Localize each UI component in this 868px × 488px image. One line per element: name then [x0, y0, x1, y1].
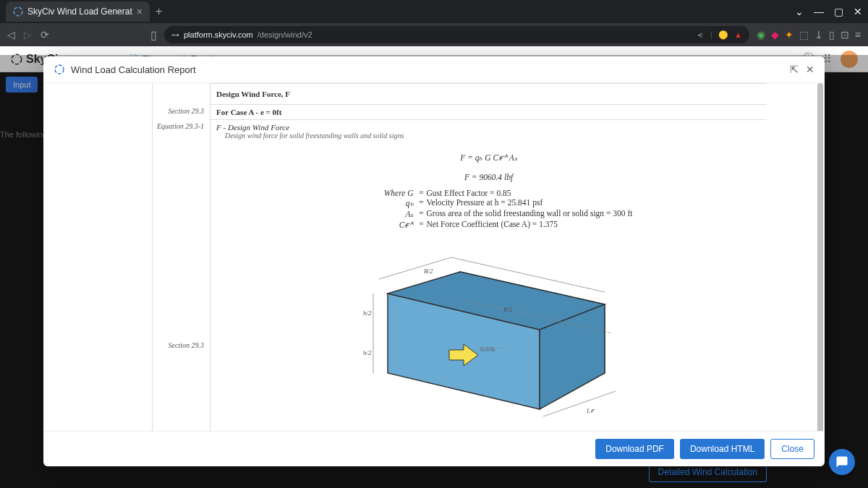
report-modal: Wind Load Calculation Report ⇱ ✕ Design … [43, 56, 825, 466]
reload-icon[interactable]: ⟳ [41, 29, 49, 40]
maximize-icon[interactable]: ▢ [834, 6, 843, 17]
skyciv-favicon [13, 7, 23, 17]
download-pdf-button[interactable]: Download PDF [595, 439, 674, 459]
menu-icon[interactable]: ≡ [855, 29, 861, 40]
svg-point-0 [14, 7, 22, 16]
chevron-down-icon[interactable]: ⌄ [795, 6, 804, 17]
scrollbar[interactable] [816, 83, 823, 431]
formula-2: F = 9060.4 lbf [216, 173, 761, 181]
new-tab-icon[interactable]: + [156, 5, 162, 18]
chat-bubble-icon[interactable] [829, 449, 855, 475]
formula-1: F = qₕ G Cғᴬ Aₛ [216, 153, 761, 163]
ext-7-icon[interactable]: ⊡ [841, 29, 849, 40]
ext-warn-icon[interactable]: ▲ [734, 30, 742, 40]
svg-text:B/2: B/2 [424, 267, 433, 275]
svg-text:h/2: h/2 [363, 349, 372, 356]
svg-text:Lғ: Lғ [586, 407, 595, 414]
tab-close-icon[interactable]: × [137, 6, 142, 17]
url-input[interactable]: ⊶ platform.skyciv.com/design/wind/v2 ⪪ |… [164, 26, 749, 43]
modal-header: Wind Load Calculation Report ⇱ ✕ [43, 56, 825, 83]
case-a-heading: For Case A - e = 0ft [210, 104, 767, 119]
ext-5-icon[interactable]: ⤓ [814, 29, 823, 40]
back-icon[interactable]: ◁ [7, 29, 15, 40]
extension-icons: ◉ ◆ ✦ ⬚ ⤓ ▯ ⊡ ≡ [757, 29, 861, 40]
svg-text:B/2: B/2 [503, 306, 513, 313]
equation-ref: Equation 29.3-1 [153, 119, 210, 142]
ext-badge-icon[interactable]: 🟡 [718, 30, 728, 40]
browser-tab-bar: SkyCiv Wind Load Generat × + ⌄ — ▢ ✕ [0, 0, 868, 23]
nav-controls: ◁ ▷ ⟳ [7, 29, 49, 40]
minimize-icon[interactable]: — [814, 6, 824, 17]
ext-1-icon[interactable]: ◉ [757, 29, 765, 40]
tab-title: SkyCiv Wind Load Generat [27, 7, 132, 17]
url-path: /design/wind/v2 [258, 30, 312, 39]
window-controls: ⌄ — ▢ ✕ [795, 6, 862, 17]
url-domain: platform.skyciv.com [184, 30, 253, 39]
ext-4-icon[interactable]: ⬚ [799, 29, 809, 40]
modal-body[interactable]: Design Wind Force, F Section 29.3 For Ca… [43, 83, 825, 431]
report-content: Design Wind Force, F Section 29.3 For Ca… [152, 83, 767, 431]
svg-text:h/2: h/2 [363, 309, 372, 317]
logo-icon [54, 64, 65, 75]
ext-3-icon[interactable]: ✦ [785, 29, 793, 40]
share-icon[interactable]: ⪪ [697, 30, 705, 40]
forward-icon[interactable]: ▷ [24, 29, 32, 40]
close-button[interactable]: Close [770, 439, 814, 459]
bookmark-icon[interactable]: ▯ [150, 28, 157, 42]
svg-point-2 [55, 65, 64, 74]
section-ref-2: Section 29.3 [153, 240, 210, 431]
report-heading: Design Wind Force, F [210, 83, 767, 104]
ext-6-icon[interactable]: ▯ [829, 29, 835, 40]
f-label: F - Design Wind Force [216, 123, 761, 132]
browser-tab[interactable]: SkyCiv Wind Load Generat × [6, 1, 150, 22]
where-block: Where G=Gust Effect Factor = 0.85 qₕ=Vel… [301, 189, 677, 230]
svg-line-8 [379, 257, 451, 279]
modal-close-icon[interactable]: ✕ [806, 64, 814, 75]
url-bar: ◁ ▷ ⟳ ▯ ⊶ platform.skyciv.com/design/win… [0, 23, 868, 46]
site-info-icon[interactable]: ⊶ [171, 30, 179, 40]
f-description: Design wind force for solid freestanding… [216, 132, 761, 140]
modal-title: Wind Load Calculation Report [71, 64, 196, 75]
svg-text:0.05h: 0.05h [480, 346, 495, 353]
modal-footer: Download PDF Download HTML Close [43, 431, 825, 466]
close-window-icon[interactable]: ✕ [854, 6, 862, 17]
section-ref: Section 29.3 [153, 104, 210, 119]
ext-2-icon[interactable]: ◆ [771, 29, 779, 40]
popout-icon[interactable]: ⇱ [790, 64, 799, 75]
download-html-button[interactable]: Download HTML [680, 439, 765, 459]
figure-3: B/2 B/2 h/2 h/2 Lғ [216, 250, 761, 431]
formula-block: F = qₕ G Cғᴬ Aₛ F = 9060.4 lbf [216, 153, 761, 181]
scrollbar-thumb[interactable] [817, 83, 823, 431]
